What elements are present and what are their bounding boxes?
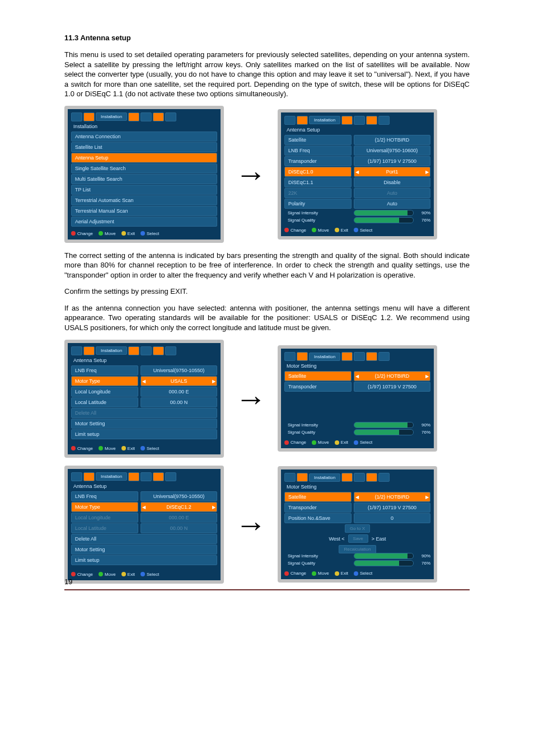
setting-value[interactable]: Port1◀▶ [354, 167, 430, 177]
breadcrumb: Installation [309, 473, 340, 482]
screenshots-row-3: Installation Antenna Setup LNB FreqUnive… [64, 466, 470, 584]
signal-quality-label: Signal Quality [284, 561, 352, 566]
installation-menu-item[interactable]: Antenna Setup [71, 153, 217, 163]
panel-title: Installation [71, 123, 217, 130]
setting-value[interactable]: (1/2) HOTBIRD [354, 135, 430, 145]
footer-exit: Exit [121, 231, 135, 236]
setting-value[interactable]: (1/97) 10719 V 27500 [354, 503, 430, 513]
footer-move: Move [99, 446, 116, 451]
footer-move: Move [312, 440, 329, 445]
setting-value[interactable]: USALS◀▶ [140, 376, 217, 386]
setting-value[interactable]: Universal(9750-10550) [140, 365, 217, 375]
footer-exit: Exit [335, 228, 348, 233]
installation-menu-item[interactable]: Satellite List [71, 142, 217, 152]
tv-icon [165, 346, 176, 355]
arrow-right-icon: → [235, 156, 266, 192]
screen-antenna-setup-detail: Installation Antenna Setup Satellite(1/2… [278, 109, 437, 240]
footer-change: Change [284, 440, 306, 445]
installation-menu-item[interactable]: Terrestrial Manual Scan [71, 206, 217, 216]
signal-quality-label: Signal Quality [284, 218, 352, 223]
signal-quality-pct: 76% [416, 561, 430, 566]
setting-value[interactable]: 0 [354, 513, 430, 523]
tv-icon [140, 472, 152, 481]
signal-intensity-label: Signal Intensity [284, 553, 352, 558]
tv-icon [284, 473, 296, 482]
setting-value[interactable]: 00.00 N [140, 397, 217, 407]
footer-select: Select [354, 440, 372, 445]
setting-value[interactable]: Auto [354, 199, 430, 209]
setting-value[interactable]: 000.00 E [140, 513, 217, 523]
tv-icon [366, 473, 377, 482]
tv-icon [378, 473, 390, 482]
section-heading: 11.3 Antenna setup [64, 34, 470, 42]
tv-icon [71, 346, 82, 355]
tv-icon [378, 116, 390, 125]
setting-label: DiSEqC1.0 [284, 167, 352, 177]
footer-exit: Exit [121, 572, 135, 577]
tv-icon [83, 112, 95, 121]
screenshots-row-1: Installation Installation Antenna Connec… [64, 106, 470, 243]
signal-quality-pct: 76% [416, 430, 430, 435]
setting-value[interactable]: Universal(9750-10550) [140, 491, 217, 501]
footer-change: Change [71, 446, 93, 451]
setting-label: Polarity [284, 199, 352, 209]
tv-icon [354, 116, 365, 125]
setting-value[interactable]: Auto [354, 188, 430, 198]
tv-icon [140, 346, 152, 355]
setting-value[interactable]: (1/2) HOTBIRD◀▶ [354, 371, 430, 381]
screen-motor-setting-usals: Installation Motor Setting Satellite(1/2… [278, 345, 437, 452]
setting-value[interactable]: (1/97) 10719 V 27500 [354, 382, 430, 392]
paragraph-4: If as the antenna connection you have se… [64, 303, 470, 333]
tv-icon [341, 473, 353, 482]
recalculation-button[interactable]: Recalculation [339, 545, 376, 553]
footer-move: Move [99, 572, 116, 577]
footer-exit: Exit [335, 440, 348, 445]
breadcrumb: Installation [96, 112, 127, 121]
footer-select: Select [354, 571, 372, 576]
tv-icon [297, 473, 308, 482]
setting-value[interactable]: (1/97) 10719 V 27500 [354, 156, 430, 166]
installation-menu-item[interactable]: Antenna Connection [71, 132, 217, 142]
setting-value[interactable]: Disable [354, 177, 430, 187]
setting-value[interactable]: 00.00 N [140, 523, 217, 533]
setting-label: Transponder [284, 503, 352, 513]
setting-value[interactable]: Universal(9750-10600) [354, 145, 430, 156]
tv-icon [284, 352, 296, 361]
paragraph-2: The correct setting of the antenna is in… [64, 251, 470, 280]
goto-x-button[interactable]: Go to X [345, 524, 370, 533]
signal-intensity-bar [354, 210, 414, 216]
setting-label: Local Latitude [71, 523, 138, 533]
footer-exit: Exit [121, 446, 135, 451]
setting-label: Delete All [71, 408, 217, 418]
screenshots-row-2: Installation Antenna Setup LNB FreqUnive… [64, 340, 470, 458]
setting-value[interactable]: DiSEqC1.2◀▶ [140, 502, 217, 512]
setting-label: Limit setup [71, 555, 217, 565]
arrow-right-icon: → [235, 506, 266, 543]
footer-exit: Exit [335, 571, 348, 576]
setting-value[interactable]: 000.00 E [140, 387, 217, 397]
setting-label: Delete All [71, 534, 217, 544]
tv-icon [153, 472, 164, 481]
setting-label: Satellite [284, 135, 352, 145]
setting-label: LNB Freq [71, 365, 138, 375]
setting-label: LNB Freq [284, 145, 352, 156]
save-button[interactable]: Save [348, 534, 368, 543]
footer-move: Move [312, 571, 329, 576]
tv-icon [140, 112, 152, 121]
installation-menu-item[interactable]: Terrestrial Automatic Scan [71, 195, 217, 205]
tv-icon [153, 112, 164, 121]
installation-menu-item[interactable]: Single Satellite Search [71, 163, 217, 173]
paragraph-3: Confirm the settings by pressing EXIT. [64, 287, 470, 297]
installation-menu-item[interactable]: TP List [71, 185, 217, 195]
panel-title: Antenna Setup [284, 126, 430, 134]
signal-intensity-bar [354, 553, 414, 559]
installation-menu-item[interactable]: Multi Satellite Search [71, 174, 217, 184]
installation-menu-item[interactable]: Aerial Adjustment [71, 217, 217, 227]
setting-label: 22K [284, 188, 352, 198]
tv-icon [71, 112, 82, 121]
footer-move: Move [99, 231, 116, 236]
tv-icon [128, 112, 139, 121]
setting-value[interactable]: (1/2) HOTBIRD◀▶ [354, 492, 430, 502]
setting-label: Motor Type [71, 376, 138, 386]
tv-icon [378, 352, 390, 361]
